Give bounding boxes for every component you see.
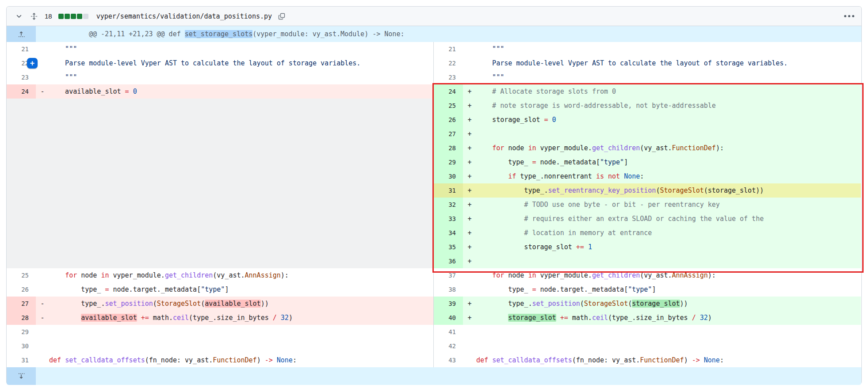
line-number[interactable]: 24 — [434, 84, 463, 99]
diff-sign: + — [463, 212, 476, 226]
old-file-pane: 21 """22 Parse module-level Vyper AST to… — [7, 42, 434, 367]
line-number[interactable]: 24 — [7, 84, 36, 99]
diff-row: 29 — [7, 325, 433, 339]
diff-sign — [36, 353, 49, 367]
line-number[interactable]: 41 — [434, 325, 463, 339]
diff-sign — [36, 282, 49, 297]
diff-code: type_ = node._metadata["type"] — [476, 155, 861, 169]
diff-sign: + — [463, 127, 476, 141]
file-options-button[interactable] — [844, 11, 854, 22]
diff-row: 22 Parse module-level Vyper AST to calcu… — [434, 56, 861, 70]
line-number[interactable]: 28 — [434, 141, 463, 155]
diff-sign — [463, 339, 476, 353]
line-number[interactable]: 40 — [434, 311, 463, 325]
diff-row: 29+ type_ = node._metadata["type"] — [434, 155, 861, 169]
diffstat-square — [58, 14, 64, 19]
diff-code: def set_calldata_offsets(fn_node: vy_ast… — [49, 353, 433, 367]
diff-code — [476, 254, 861, 268]
unfold-icon — [31, 13, 38, 20]
line-number[interactable]: 31 — [434, 183, 463, 198]
diff-sign: + — [463, 113, 476, 127]
diff-code: """ — [49, 70, 433, 84]
diff-sign: - — [36, 311, 49, 325]
diff-row: 30+ if type_.nonreentrant is not None: — [434, 169, 861, 183]
line-number[interactable]: 29 — [7, 325, 36, 339]
diff-code: Parse module-level Vyper AST to calculat… — [49, 56, 433, 70]
diff-row: 40+ storage_slot += math.ceil(type_.size… — [434, 311, 861, 325]
diff-file-card: 18 vyper/semantics/validation/data_posit… — [6, 6, 862, 384]
line-number[interactable]: 37 — [434, 268, 463, 282]
hunk-text: @@ -21,11 +21,23 @@ def set_storage_slot… — [36, 26, 861, 42]
expand-bar — [7, 367, 861, 385]
diff-row: 26 type_ = node.target._metadata["type"] — [7, 282, 433, 297]
line-number[interactable]: 22 — [434, 56, 463, 70]
diff-sign: + — [463, 297, 476, 311]
expand-down-icon — [18, 373, 25, 380]
diff-row: 28- available_slot += math.ceil(type_.si… — [7, 311, 433, 325]
diff-row: 21 """ — [7, 42, 433, 56]
diff-sign: + — [463, 240, 476, 254]
line-number[interactable]: 23 — [7, 70, 36, 84]
line-number[interactable]: 32 — [434, 198, 463, 212]
hunk-header: @@ -21,11 +21,23 @@ def set_storage_slot… — [7, 26, 861, 42]
new-file-pane: 21 """22 Parse module-level Vyper AST to… — [434, 42, 861, 367]
diff-sign — [463, 325, 476, 339]
diff-row: 21 """ — [434, 42, 861, 56]
diff-sign — [36, 268, 49, 282]
diff-row: 36+ — [434, 254, 861, 268]
line-number[interactable]: 26 — [7, 282, 36, 297]
diff-code: available_slot = 0 — [49, 84, 433, 99]
line-number[interactable]: 25 — [7, 268, 36, 282]
line-number[interactable]: 23 — [434, 70, 463, 84]
line-number[interactable]: 39 — [434, 297, 463, 311]
diff-code: for node in vyper_module.get_children(vy… — [476, 268, 861, 282]
line-number[interactable]: 34 — [434, 226, 463, 240]
line-number[interactable]: 26 — [434, 113, 463, 127]
line-number[interactable]: 27 — [434, 127, 463, 141]
diff-sign — [463, 42, 476, 56]
add-comment-button[interactable]: + — [27, 58, 38, 69]
diff-code: available_slot += math.ceil(type_.size_i… — [49, 311, 433, 325]
line-number[interactable]: 29 — [434, 155, 463, 169]
diff-row: 31+ type_.set_reentrancy_key_position(St… — [434, 183, 861, 198]
diff-row: 32+ # TODO use one byte - or bit - per r… — [434, 198, 861, 212]
line-number[interactable]: 38 — [434, 282, 463, 297]
line-number[interactable]: 42 — [434, 339, 463, 353]
line-number[interactable]: 27 — [7, 297, 36, 311]
diff-code — [476, 127, 861, 141]
line-number[interactable]: 30 — [7, 339, 36, 353]
diff-code: Parse module-level Vyper AST to calculat… — [476, 56, 861, 70]
diff-code — [476, 325, 861, 339]
diff-row: 26+ storage_slot = 0 — [434, 113, 861, 127]
expand-all-button[interactable] — [29, 11, 39, 22]
diff-code: # TODO use one byte - or bit - per reent… — [476, 198, 861, 212]
diff-code: def set_calldata_offsets(fn_node: vy_ast… — [476, 353, 861, 367]
diffstat-square — [65, 14, 70, 19]
line-number[interactable]: 35 — [434, 240, 463, 254]
diff-row: 39+ type_.set_position(StorageSlot(stora… — [434, 297, 861, 311]
line-number[interactable]: 33 — [434, 212, 463, 226]
diff-sign: + — [463, 84, 476, 99]
line-number[interactable]: 36 — [434, 254, 463, 268]
diff-code — [476, 339, 861, 353]
diff-row: 25+ # note storage is word-addressable, … — [434, 99, 861, 113]
file-path[interactable]: vyper/semantics/validation/data_position… — [96, 12, 272, 20]
copy-path-button[interactable] — [276, 11, 287, 22]
diff-sign — [463, 282, 476, 297]
diff-row: 23 """ — [7, 70, 433, 84]
collapse-file-button[interactable] — [14, 11, 24, 22]
line-number[interactable]: 25 — [434, 99, 463, 113]
expand-hunk-up-button[interactable] — [7, 26, 36, 42]
line-number[interactable]: 43 — [434, 353, 463, 367]
line-number[interactable]: 28 — [7, 311, 36, 325]
expand-down-button[interactable] — [7, 367, 36, 385]
diff-sign: + — [463, 155, 476, 169]
diff-code — [49, 339, 433, 353]
diff-sign: + — [463, 198, 476, 212]
line-number[interactable]: 30 — [434, 169, 463, 183]
diff-row: 35+ storage_slot += 1 — [434, 240, 861, 254]
line-number[interactable]: 31 — [7, 353, 36, 367]
diff-row: 31def set_calldata_offsets(fn_node: vy_a… — [7, 353, 433, 367]
line-number[interactable]: 21 — [434, 42, 463, 56]
line-number[interactable]: 21 — [7, 42, 36, 56]
